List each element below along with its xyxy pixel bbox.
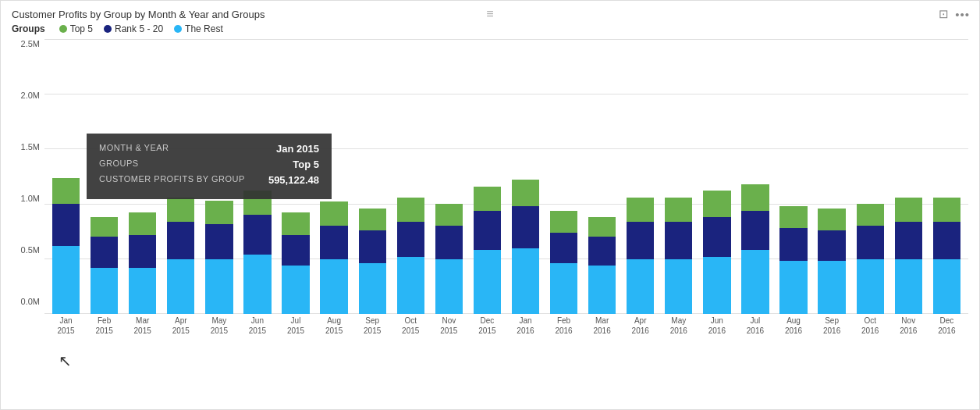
bar-segment-top5 [818, 209, 845, 230]
legend-item-top5: Top 5 [59, 23, 93, 34]
bar-segment-rest [857, 259, 884, 314]
bar-group[interactable] [660, 39, 697, 314]
bar-segment-top5 [359, 209, 386, 230]
bar-segment-rest [52, 246, 80, 314]
tooltip-val-month: Jan 2015 [276, 143, 319, 155]
legend-dot-top5 [59, 25, 67, 33]
x-label: Jan2015 [48, 316, 84, 336]
bar-segment-rank [282, 235, 309, 266]
x-label: Mar2016 [584, 316, 620, 336]
bar-segment-rest [933, 259, 960, 314]
x-label: Nov2016 [890, 316, 927, 336]
bar-segment-top5 [205, 201, 233, 224]
bar-segment-top5 [129, 212, 156, 234]
bar-segment-top5 [320, 201, 347, 226]
x-label: Jun2016 [698, 316, 735, 336]
x-label: Jun2015 [239, 316, 275, 336]
bar-group[interactable] [775, 39, 811, 314]
bar-segment-rest [703, 257, 730, 314]
bar-segment-rank [933, 222, 960, 259]
x-label: Feb2015 [86, 316, 123, 336]
tooltip-key-month: MONTH & YEAR [99, 143, 169, 155]
legend-dot-rank5-20 [104, 25, 112, 33]
legend-item-the-rest: The Rest [174, 23, 223, 34]
tooltip-val-profit: 595,122.48 [268, 174, 319, 186]
bar-segment-top5 [741, 184, 769, 211]
drag-handle[interactable]: ≡ [486, 7, 493, 21]
bar-segment-rank [818, 230, 845, 261]
x-label: Oct2015 [392, 316, 429, 336]
bar-segment-top5 [512, 180, 539, 206]
y-axis: 2.5M 2.0M 1.5M 1.0M 0.5M 0.0M [12, 39, 44, 336]
bar-segment-top5 [933, 198, 960, 222]
bar-segment-rest [91, 268, 118, 314]
bar-group[interactable] [622, 39, 659, 314]
more-options-icon[interactable]: ••• [955, 8, 970, 21]
bar-segment-rank [741, 211, 769, 251]
bar-group[interactable] [929, 39, 965, 314]
tooltip-val-groups: Top 5 [293, 159, 319, 170]
bar-segment-rank [895, 222, 922, 259]
bar-segment-top5 [282, 212, 309, 234]
x-label: Dec2016 [929, 316, 965, 336]
bar-segment-rank [359, 230, 386, 263]
tooltip-row-month: MONTH & YEAR Jan 2015 [99, 143, 319, 155]
bar-segment-rest [320, 259, 347, 314]
tooltip: MONTH & YEAR Jan 2015 GROUPS Top 5 CUSTO… [87, 134, 332, 199]
bar-group[interactable] [48, 39, 84, 314]
bar-group[interactable] [354, 39, 391, 314]
bar-segment-top5 [91, 217, 118, 237]
bar-segment-rest [359, 263, 386, 314]
x-label: Nov2015 [431, 316, 467, 336]
bar-segment-rank [703, 217, 730, 257]
bar-group[interactable] [737, 39, 773, 314]
bar-group[interactable] [431, 39, 467, 314]
x-label: May2015 [201, 316, 237, 336]
expand-icon[interactable]: ⊡ [939, 7, 949, 21]
x-label: Sep2015 [354, 316, 391, 336]
bar-group[interactable] [392, 39, 429, 314]
bar-segment-rest [895, 259, 922, 314]
bar-group[interactable] [545, 39, 582, 314]
x-label: Sep2016 [814, 316, 850, 336]
tooltip-key-groups: GROUPS [99, 159, 139, 170]
bar-segment-rank [857, 226, 884, 258]
bar-segment-rest [665, 259, 692, 314]
bar-group[interactable] [698, 39, 735, 314]
bar-segment-rest [397, 257, 424, 314]
x-label: Jul2016 [737, 316, 773, 336]
bar-segment-rank [588, 237, 616, 266]
bar-segment-top5 [474, 187, 501, 211]
x-label: Oct2016 [852, 316, 889, 336]
bar-group[interactable] [890, 39, 927, 314]
bar-segment-rest [435, 259, 463, 314]
bar-group[interactable] [507, 39, 544, 314]
legend-label-rank5-20: Rank 5 - 20 [115, 23, 163, 34]
bar-segment-rest [167, 259, 194, 314]
bar-segment-top5 [397, 198, 424, 222]
bar-segment-top5 [588, 217, 616, 237]
bar-segment-top5 [52, 178, 80, 205]
y-label-2_0m: 2.0M [21, 91, 40, 100]
bar-segment-rest [282, 266, 309, 314]
bar-segment-rest [818, 261, 845, 314]
bar-segment-rest [512, 248, 539, 314]
bar-group[interactable] [469, 39, 506, 314]
chart-card: ≡ ⊡ ••• Customer Profits by Group by Mon… [0, 0, 980, 410]
x-label: Jan2016 [507, 316, 544, 336]
y-label-1_0m: 1.0M [21, 194, 40, 203]
x-label: Mar2015 [124, 316, 161, 336]
bar-group[interactable] [584, 39, 620, 314]
bar-segment-rest [627, 259, 654, 314]
bar-group[interactable] [852, 39, 889, 314]
x-label: Feb2016 [545, 316, 582, 336]
bar-segment-rank [550, 233, 577, 263]
chart-legend: Groups Top 5 Rank 5 - 20 The Rest [12, 23, 968, 34]
bar-segment-top5 [857, 204, 884, 226]
bar-group[interactable] [814, 39, 850, 314]
bar-segment-rank [167, 222, 194, 259]
x-label: Apr2015 [162, 316, 199, 336]
bar-segment-top5 [167, 198, 194, 222]
bar-segment-rest [588, 266, 616, 314]
legend-item-rank5-20: Rank 5 - 20 [104, 23, 163, 34]
